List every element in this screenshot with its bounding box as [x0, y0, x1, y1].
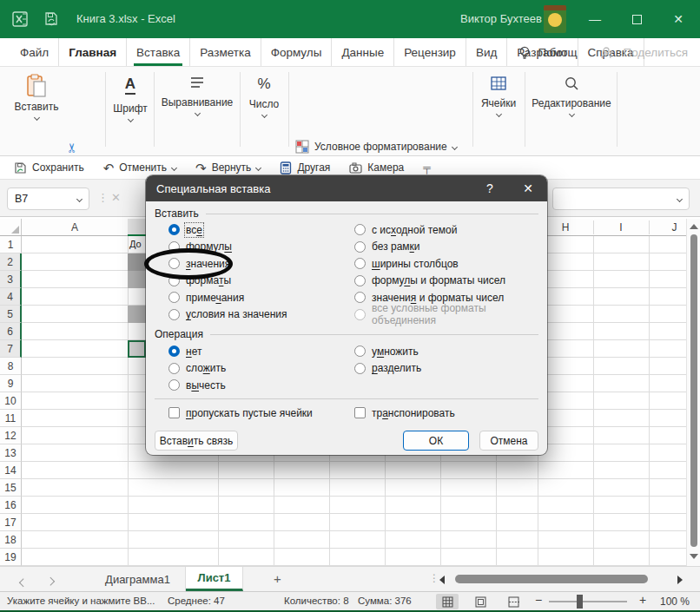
zoom-slider[interactable] [549, 601, 627, 602]
select-all-corner[interactable] [0, 219, 22, 236]
cell-B5[interactable] [128, 306, 146, 323]
lightbulb-icon[interactable] [518, 45, 531, 61]
zoom-slider-thumb[interactable] [577, 595, 583, 609]
cell-B7-active[interactable] [128, 340, 146, 358]
radio-comments[interactable]: примечания [168, 292, 287, 303]
row-header-18[interactable]: 18 [0, 531, 22, 549]
formula-input[interactable] [552, 188, 690, 210]
row-header-1[interactable]: 1 [0, 236, 22, 253]
radio-multiply[interactable]: умножить [354, 345, 421, 357]
row-header-2[interactable]: 2 [0, 253, 22, 271]
conditional-formatting-button[interactable]: Условное форматирование [295, 140, 457, 154]
normal-view-button[interactable] [436, 594, 459, 609]
ok-button[interactable]: ОК [403, 431, 469, 451]
ribbon-tab-6[interactable]: Данные [332, 38, 394, 66]
page-layout-view-button[interactable] [469, 594, 492, 609]
zoom-level[interactable]: 100 % [660, 596, 690, 608]
ribbon-tab-8[interactable]: Вид [466, 38, 507, 66]
row-header-12[interactable]: 12 [0, 427, 22, 444]
row-header-11[interactable]: 11 [0, 410, 22, 427]
ribbon-tab-2[interactable]: Главная [59, 38, 127, 66]
camera-button[interactable]: Камера [349, 161, 404, 174]
radio-subtract[interactable]: вычесть [168, 379, 226, 391]
column-header-b-selected[interactable] [128, 219, 146, 236]
assistant-label[interactable]: Помощн [538, 46, 578, 59]
cell-B3[interactable] [128, 271, 146, 288]
ribbon-tab-7[interactable]: Рецензир [394, 38, 466, 66]
radio-all[interactable]: все [168, 224, 287, 235]
row-header-9[interactable]: 9 [0, 375, 22, 392]
row-header-4[interactable]: 4 [0, 288, 22, 306]
maximize-button[interactable] [622, 6, 651, 32]
font-group-button[interactable]: A Шрифт [108, 76, 153, 122]
cells-group-button[interactable]: Ячейки [476, 76, 521, 116]
row-header-8[interactable]: 8 [0, 358, 22, 375]
checkbox-skip-blanks[interactable]: пропускать пустые ячейки [168, 407, 313, 418]
account-name[interactable]: Виктор Бухтеев [460, 12, 542, 25]
paste-link-button[interactable]: Вставить связь [155, 431, 238, 451]
horizontal-scrollbar[interactable] [450, 575, 670, 583]
status-sum[interactable]: Сумма: 376 [358, 596, 412, 606]
row-header-5[interactable]: 5 [0, 306, 22, 323]
next-sheet-icon[interactable] [43, 576, 57, 589]
column-header-A[interactable]: A [22, 219, 128, 235]
row-header-19[interactable]: 19 [0, 549, 22, 566]
ribbon-tab-5[interactable]: Формулы [261, 38, 333, 66]
page-break-view-button[interactable] [502, 594, 525, 609]
radio-no-borders[interactable]: без рамки [354, 241, 547, 253]
cut-icon[interactable]: ✂ [64, 142, 80, 154]
close-button[interactable]: ✕ [664, 6, 693, 32]
checkbox-transpose[interactable]: транспонировать [354, 407, 455, 418]
autosave-icon[interactable] [43, 11, 59, 27]
zoom-in-button[interactable]: + [639, 593, 646, 607]
cell-B2[interactable] [128, 253, 146, 271]
editing-group-button[interactable]: Редактирование [528, 76, 615, 116]
scroll-right-icon[interactable] [677, 576, 683, 584]
ribbon-tab-3[interactable]: Вставка [127, 38, 190, 66]
scroll-left-icon[interactable] [439, 576, 445, 584]
radio-add[interactable]: сложить [168, 363, 226, 374]
row-header-15[interactable]: 15 [0, 479, 22, 497]
cancel-button[interactable]: Отмена [479, 431, 538, 451]
vertical-scroll-thumb[interactable] [690, 234, 697, 547]
undo-button[interactable]: ↶ Отменить [103, 161, 176, 174]
row-header-13[interactable]: 13 [0, 444, 22, 462]
cell-B1[interactable]: До [128, 236, 146, 253]
alignment-group-button[interactable]: Выравнивание [158, 76, 236, 115]
qat-overflow-icon[interactable]: ╤ [423, 161, 431, 174]
row-header-17[interactable]: 17 [0, 514, 22, 531]
dialog-help-button[interactable]: ? [472, 175, 507, 201]
number-group-button[interactable]: % Число [243, 76, 285, 117]
column-header-I[interactable]: I [593, 219, 649, 235]
user-avatar[interactable] [544, 5, 566, 33]
redo-button[interactable]: ↷ Вернуть [195, 161, 261, 174]
excel-app-icon[interactable] [12, 11, 28, 27]
radio-source-theme[interactable]: с исходной темой [354, 224, 547, 235]
row-header-10[interactable]: 10 [0, 392, 22, 410]
radio-divide[interactable]: разделить [354, 363, 421, 374]
namebox-splitter-icon[interactable]: ⋮ [97, 191, 109, 204]
sheet-tab-2-active[interactable]: Лист1 [186, 567, 243, 591]
zoom-out-button[interactable]: − [535, 593, 542, 607]
scroll-down-icon[interactable] [690, 554, 698, 559]
row-header-6[interactable]: 6 [0, 323, 22, 340]
sheet-tab-1[interactable]: Диаграмма1 [90, 567, 186, 591]
radio-none[interactable]: нет [168, 345, 226, 357]
scroll-up-icon[interactable] [690, 224, 698, 229]
horizontal-scroll-thumb[interactable] [455, 575, 648, 583]
dialog-close-button[interactable]: ✕ [511, 175, 545, 201]
paste-button[interactable]: Вставить [14, 74, 59, 120]
other-tool-button[interactable]: Другая [280, 161, 330, 174]
row-header-14[interactable]: 14 [0, 462, 22, 479]
minimize-button[interactable]: — [580, 6, 610, 32]
vertical-scrollbar[interactable] [686, 219, 700, 566]
ribbon-tab-4[interactable]: Разметка [190, 38, 261, 66]
row-header-3[interactable]: 3 [0, 271, 22, 288]
prev-sheet-icon[interactable] [17, 576, 31, 589]
row-header-7[interactable]: 7 [0, 340, 22, 358]
row-header-16[interactable]: 16 [0, 497, 22, 514]
new-sheet-button[interactable]: + [274, 571, 281, 586]
status-average[interactable]: Среднее: 47 [168, 596, 225, 606]
tabbar-splitter-icon[interactable]: ⋮ [429, 572, 439, 584]
radio-column-widths[interactable]: ширины столбцов [354, 258, 547, 269]
